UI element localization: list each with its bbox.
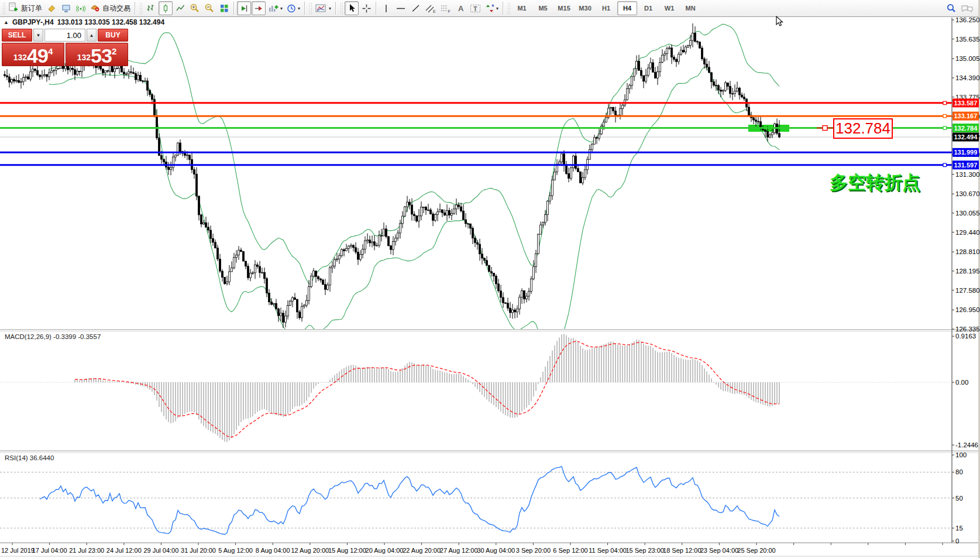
- mouse-cursor: [776, 16, 784, 30]
- rsi-indicator-label: RSI(14) 36.6440: [5, 454, 54, 461]
- price-tick-label: 128.810: [955, 248, 980, 255]
- price-tick-label: 126.335: [955, 326, 980, 333]
- svg-text:0.00: 0.00: [955, 379, 968, 386]
- price-tick-label: 130.055: [955, 210, 980, 217]
- buy-button[interactable]: BUY: [98, 29, 128, 42]
- bollinger-lower: [49, 67, 779, 352]
- sell-price-big: 49: [27, 47, 48, 64]
- rsi-pane[interactable]: [0, 467, 952, 535]
- price-tick-label: 131.300: [955, 171, 980, 178]
- collapse-panel-icon[interactable]: ▲: [4, 19, 9, 25]
- svg-text:100: 100: [955, 451, 967, 458]
- svg-text:131.597: 131.597: [954, 162, 978, 169]
- svg-text:132.784: 132.784: [954, 125, 978, 132]
- sell-price-button[interactable]: 132494: [2, 43, 64, 66]
- time-tick-label: 12 Jul 2019: [1, 547, 35, 554]
- macd-indicator-label: MACD(12,26,9) -0.3399 -0.3557: [5, 333, 101, 340]
- price-tick-label: 136.250: [955, 16, 980, 23]
- price-tick-label: 126.950: [955, 306, 980, 313]
- price-note-box[interactable]: 132.784: [833, 118, 893, 139]
- sell-button[interactable]: SELL: [2, 29, 32, 42]
- buy-price-prefix: 132: [77, 53, 91, 62]
- buy-price-sup: 2: [112, 46, 116, 56]
- time-tick-label: 3 Sep 20:00: [516, 547, 551, 554]
- one-click-trading-panel: SELL ▼ ▲ BUY 132494 132532: [2, 29, 130, 66]
- macd-pane[interactable]: [0, 334, 952, 442]
- buy-price-big: 53: [91, 47, 112, 64]
- time-tick-label: 31 Jul 20:00: [181, 547, 216, 554]
- price-tick-label: 135.635: [955, 36, 980, 43]
- time-tick-label: 11 Sep 04:00: [589, 547, 627, 554]
- time-tick-label: 5 Aug 12:00: [218, 547, 253, 554]
- time-tick-label: 15 Aug 12:00: [328, 547, 366, 554]
- time-tick-label: 24 Jul 12:00: [106, 547, 142, 554]
- time-tick-label: 12 Aug 20:00: [291, 547, 329, 554]
- time-tick-label: 6 Sep 12:00: [553, 547, 587, 554]
- line-anchor: [943, 163, 947, 167]
- price-tick-label: 135.005: [955, 55, 980, 62]
- chart-canvas[interactable]: 136.250135.635135.005134.390133.775133.1…: [0, 0, 980, 558]
- line-anchor: [943, 126, 947, 130]
- svg-text:0: 0: [955, 538, 959, 545]
- time-tick-label: 27 Aug 12:00: [440, 547, 478, 554]
- line-anchor: [943, 101, 947, 105]
- time-tick-label: 22 Aug 20:00: [403, 547, 441, 554]
- buy-price-button[interactable]: 132532: [66, 43, 128, 66]
- time-tick-label: 15 Sep 23:00: [625, 547, 663, 554]
- price-tick-label: 128.195: [955, 268, 980, 275]
- ohlc-readout: 133.013 133.035 132.458 132.494: [57, 18, 165, 26]
- svg-text:131.999: 131.999: [954, 149, 978, 156]
- mt4-window: 新订单 自动交易: [0, 0, 980, 558]
- note-anchor: [823, 126, 827, 131]
- price-tick-label: 130.670: [955, 190, 980, 197]
- svg-text:132.494: 132.494: [954, 133, 978, 141]
- time-tick-label: 8 Aug 04:00: [256, 547, 290, 554]
- turning-point-annotation: 多空转折点: [830, 170, 920, 195]
- chart-title: ▲ GBPJPY-,H4 133.013 133.035 132.458 132…: [4, 18, 164, 26]
- rsi-line: [40, 467, 779, 535]
- time-tick-label: 18 Sep 12:00: [663, 547, 701, 554]
- svg-text:80: 80: [955, 468, 963, 475]
- time-tick-label: 25 Sep 20:00: [737, 547, 775, 554]
- svg-text:133.167: 133.167: [954, 112, 978, 119]
- line-anchor: [943, 114, 947, 118]
- svg-text:133.587: 133.587: [954, 100, 978, 107]
- time-tick-label: 23 Sep 04:00: [700, 547, 738, 554]
- volume-increase-button[interactable]: ▲: [87, 29, 97, 42]
- volume-input[interactable]: [44, 29, 85, 42]
- volume-decrease-button[interactable]: ▼: [33, 29, 43, 42]
- symbol-period-label: GBPJPY-,H4: [12, 18, 54, 26]
- svg-text:-1.2446: -1.2446: [955, 441, 978, 449]
- time-tick-label: 29 Jul 04:00: [143, 547, 178, 554]
- sell-price-prefix: 132: [13, 53, 27, 62]
- price-tick-label: 134.390: [955, 74, 980, 81]
- price-tick-label: 127.580: [955, 287, 980, 294]
- svg-text:50: 50: [955, 495, 963, 502]
- price-tick-label: 129.440: [955, 229, 980, 236]
- svg-text:15: 15: [955, 525, 963, 532]
- time-tick-label: 30 Aug 04:00: [477, 547, 515, 554]
- time-tick-label: 20 Aug 04:00: [366, 547, 404, 554]
- sell-price-sup: 4: [48, 46, 53, 56]
- main-pane[interactable]: [0, 23, 952, 352]
- svg-text:0.9163: 0.9163: [955, 333, 976, 340]
- time-tick-label: 21 Jul 23:00: [69, 547, 104, 554]
- time-tick-label: 17 Jul 04:00: [32, 547, 67, 554]
